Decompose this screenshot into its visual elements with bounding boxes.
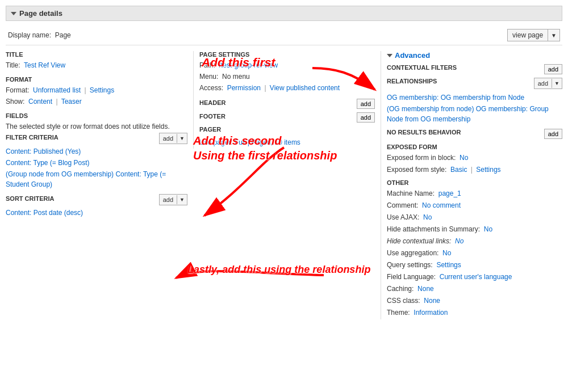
hide-contextual-val[interactable]: No xyxy=(455,237,463,245)
relationships-add-button[interactable]: add ▼ xyxy=(534,78,562,89)
other-query: Query settings: Settings xyxy=(387,260,562,270)
path-key: Path: xyxy=(199,61,215,69)
exposed-settings-link[interactable]: Settings xyxy=(476,166,500,174)
no-results-label: NO RESULTS BEHAVIOR xyxy=(387,129,461,136)
collapse-icon xyxy=(11,12,16,15)
access-view-link[interactable]: View published content xyxy=(270,84,340,92)
relationships-row: RELATIONSHIPS add ▼ xyxy=(387,78,562,89)
filter-item-1-link[interactable]: Content: Published (Yes) xyxy=(6,147,81,155)
format-section-label: FORMAT xyxy=(6,76,187,83)
access-row: Access: Permission | View published cont… xyxy=(199,83,375,93)
pager-section-label: PAGER xyxy=(199,126,221,133)
rel-item-1: OG membership: OG membership from Node xyxy=(387,92,562,103)
filter-item-3-link[interactable]: (Group node from OG membership) Content:… xyxy=(6,170,166,188)
pager-row: PAGER xyxy=(199,126,375,135)
other-ajax: Use AJAX: No xyxy=(387,212,562,222)
other-hide-contextual: Hide contextual links: No xyxy=(387,236,562,246)
exposed-form-label: EXPOSED FORM xyxy=(387,144,562,150)
theme-val[interactable]: Information xyxy=(414,309,448,317)
footer-row: FOOTER add xyxy=(199,112,375,123)
advanced-label: Advanced xyxy=(395,51,430,60)
contextual-add-button[interactable]: add xyxy=(544,64,562,74)
filter-item-1: Content: Published (Yes) xyxy=(6,146,187,157)
exposed-block-key: Exposed form in block: xyxy=(387,154,456,162)
sort-item-1: Content: Post date (desc) xyxy=(6,208,187,218)
no-results-add-button[interactable]: add xyxy=(544,129,562,139)
title-key: Title: xyxy=(6,61,20,69)
machine-name-val[interactable]: page_1 xyxy=(438,189,461,197)
other-comment: Comment: No comment xyxy=(387,200,562,210)
access-permission-link[interactable]: Permission xyxy=(227,84,261,92)
header-section-label: HEADER xyxy=(199,99,225,106)
format-row: Format: Unformatted list | Settings xyxy=(6,85,187,95)
path-row: Path: /test-group-ref-view xyxy=(199,60,375,70)
ajax-val[interactable]: No xyxy=(423,213,432,221)
other-hide-attachments: Hide attachments in Summary: No xyxy=(387,224,562,234)
fields-text: The selected style or row format does no… xyxy=(6,121,187,132)
query-val[interactable]: Settings xyxy=(436,261,461,269)
exposed-block-row: Exposed form in block: No xyxy=(387,153,562,163)
show-row: Show: Content | Teaser xyxy=(6,96,187,107)
right-column: Advanced CONTEXTUAL FILTERS add RELATION… xyxy=(381,51,562,319)
sort-add-button[interactable]: add ▼ xyxy=(159,194,187,205)
access-key: Access: xyxy=(199,84,223,92)
fields-section-label: FIELDS xyxy=(6,112,187,119)
title-value-link[interactable]: Test Ref View xyxy=(24,61,65,69)
dropdown-arrow-icon: ▼ xyxy=(548,31,559,40)
advanced-header: Advanced xyxy=(387,51,562,60)
sort-criteria-row: SORT CRITERIA add ▼ xyxy=(6,194,187,205)
page-details-header[interactable]: Page details xyxy=(6,6,562,21)
menu-key: Menu: xyxy=(199,73,218,81)
show-teaser-link[interactable]: Teaser xyxy=(61,98,82,106)
filter-add-arrow-icon: ▼ xyxy=(177,134,187,142)
exposed-style-val[interactable]: Basic xyxy=(450,166,467,174)
filter-criteria-row: FILTER CRITERIA add ▼ xyxy=(6,133,187,144)
other-field-language: Field Language: Current user's language xyxy=(387,272,562,282)
format-settings-link[interactable]: Settings xyxy=(90,86,114,94)
show-content-link[interactable]: Content xyxy=(28,98,52,106)
footer-section-label: FOOTER xyxy=(199,113,225,120)
exposed-style-row: Exposed form style: Basic | Settings xyxy=(387,165,562,175)
middle-column: PAGE SETTINGS Path: /test-group-ref-view… xyxy=(193,51,381,149)
sort-section-label: SORT CRITERIA xyxy=(6,195,55,202)
header-row: HEADER add xyxy=(199,99,375,109)
footer-add-button[interactable]: add xyxy=(357,112,375,123)
relationships-label: RELATIONSHIPS xyxy=(387,78,437,85)
sort-item-1-link[interactable]: Content: Post date (desc) xyxy=(6,209,83,217)
menu-value: No menu xyxy=(222,73,250,81)
other-label: OTHER xyxy=(387,179,562,186)
view-page-button[interactable]: view page ▼ xyxy=(507,29,560,41)
css-val[interactable]: None xyxy=(424,297,440,305)
no-results-row: NO RESULTS BEHAVIOR add xyxy=(387,129,562,139)
caching-val[interactable]: None xyxy=(417,285,434,293)
header-add-button[interactable]: add xyxy=(357,99,375,109)
relationships-add-arrow-icon: ▼ xyxy=(552,79,562,87)
exposed-block-val[interactable]: No xyxy=(460,154,468,162)
filter-section-label: FILTER CRITERIA xyxy=(6,134,59,141)
sort-add-arrow-icon: ▼ xyxy=(177,196,187,204)
aggregation-val[interactable]: No xyxy=(442,249,451,257)
filter-item-2: Content: Type (= Blog Post) xyxy=(6,158,187,168)
display-name-bar: Display name: Page view page ▼ xyxy=(6,26,562,45)
menu-row: Menu: No menu xyxy=(199,71,375,82)
display-name-label: Display name: Page xyxy=(8,31,71,39)
format-value-link[interactable]: Unformatted list xyxy=(33,86,81,94)
pager-value-link[interactable]: Use pager: Full | Paged, 10 items xyxy=(199,138,300,146)
page-settings-label: PAGE SETTINGS xyxy=(199,51,375,58)
hide-attachments-val[interactable]: No xyxy=(484,225,492,233)
rel-item-2-link[interactable]: (OG membership from node) OG membership:… xyxy=(387,105,549,123)
path-value-link[interactable]: /test-group-ref-view xyxy=(219,61,278,69)
field-language-val[interactable]: Current user's language xyxy=(440,273,512,281)
other-caching: Caching: None xyxy=(387,284,562,294)
filter-item-3: (Group node from OG membership) Content:… xyxy=(6,169,187,189)
filter-add-button[interactable]: add ▼ xyxy=(159,133,187,144)
filter-item-2-link[interactable]: Content: Type (= Blog Post) xyxy=(6,159,90,167)
rel-item-1-link[interactable]: OG membership: OG membership from Node xyxy=(387,94,524,102)
other-machine-name: Machine Name: page_1 xyxy=(387,188,562,199)
left-column: TITLE Title: Test Ref View FORMAT Format… xyxy=(6,51,193,219)
exposed-style-key: Exposed form style: xyxy=(387,166,446,174)
contextual-filters-label: CONTEXTUAL FILTERS xyxy=(387,64,457,71)
content-area: TITLE Title: Test Ref View FORMAT Format… xyxy=(6,51,562,319)
comment-val[interactable]: No comment xyxy=(422,201,461,209)
advanced-collapse-icon xyxy=(387,54,392,57)
